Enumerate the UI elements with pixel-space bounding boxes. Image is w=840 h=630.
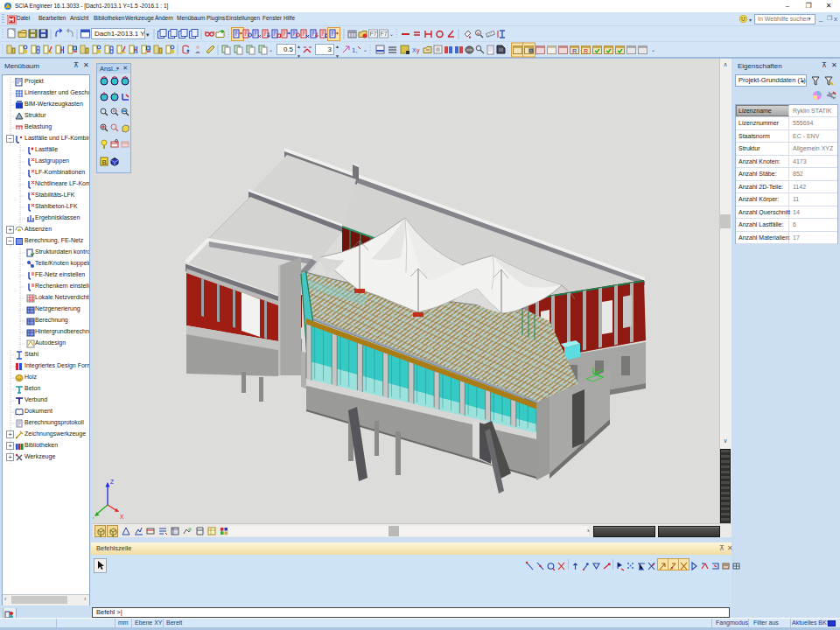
svg-text:R: R bbox=[572, 48, 577, 54]
svg-text:a: a bbox=[477, 31, 480, 36]
svg-text:Z: Z bbox=[110, 479, 114, 485]
svg-text:X: X bbox=[120, 514, 124, 520]
svg-text:F7: F7 bbox=[370, 31, 377, 37]
svg-text:R: R bbox=[584, 48, 588, 54]
svg-text:F7: F7 bbox=[381, 31, 388, 37]
svg-text:⌄: ⌄ bbox=[363, 47, 368, 52]
svg-text:⌄: ⌄ bbox=[651, 47, 655, 52]
svg-text:1,: 1, bbox=[352, 46, 358, 54]
svg-text:⌄: ⌄ bbox=[389, 32, 394, 37]
svg-text:y: y bbox=[416, 47, 420, 54]
svg-text:⌄: ⌄ bbox=[269, 47, 273, 52]
svg-text:B: B bbox=[102, 158, 107, 166]
